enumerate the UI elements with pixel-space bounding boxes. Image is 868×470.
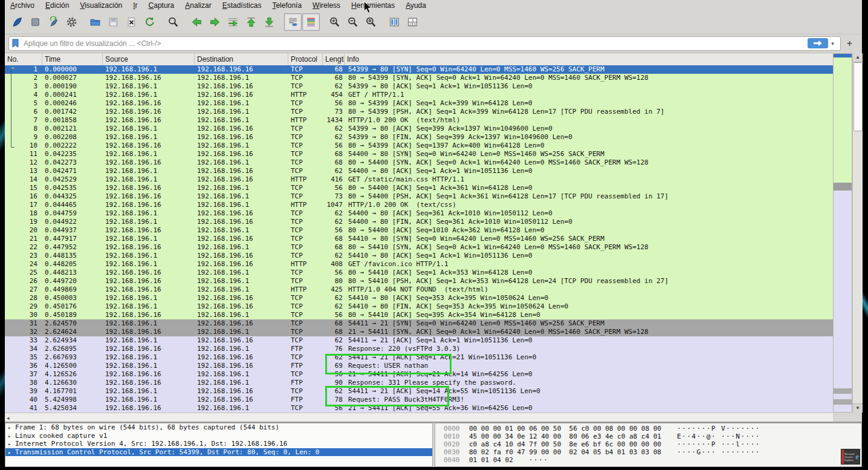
- resize-columns-button[interactable]: [386, 13, 403, 31]
- packet-row-25[interactable]: 250.448213192.168.196.16192.168.196.1TCP…: [5, 269, 833, 277]
- zoom-out-button[interactable]: [344, 13, 361, 31]
- packet-row-26[interactable]: 260.449720192.168.196.16192.168.196.1TCP…: [5, 277, 833, 286]
- packet-row-7[interactable]: 70.001858192.168.196.16192.168.196.1HTTP…: [5, 116, 833, 125]
- packet-row-3[interactable]: 30.000190192.168.196.1192.168.196.16TCP6…: [5, 82, 833, 91]
- column-header-protocol[interactable]: Protocol: [288, 53, 323, 65]
- packet-row-12[interactable]: 120.042273192.168.196.16192.168.196.1TCP…: [5, 158, 833, 167]
- column-header-source[interactable]: Source: [103, 53, 195, 65]
- vertical-scrollbar-thumb[interactable]: [853, 62, 863, 131]
- go-back-button[interactable]: [188, 13, 206, 31]
- column-header-no[interactable]: No.: [5, 53, 42, 65]
- packet-row-21[interactable]: 210.447917192.168.196.1192.168.196.16TCP…: [5, 235, 833, 243]
- packet-row-5[interactable]: 50.000246192.168.196.16192.168.196.1TCP5…: [5, 99, 833, 108]
- packet-row-18[interactable]: 180.044759192.168.196.1192.168.196.16TCP…: [5, 209, 833, 218]
- packet-row-10[interactable]: 100.002222192.168.196.16192.168.196.1TCP…: [5, 142, 833, 150]
- expand-arrow-icon[interactable]: ▸: [8, 440, 15, 449]
- packet-row-15[interactable]: 150.042535192.168.196.16192.168.196.1TCP…: [5, 184, 833, 192]
- packet-row-1[interactable]: 10.000000192.168.196.1192.168.196.16TCP6…: [5, 65, 833, 74]
- start-capture-button[interactable]: [8, 13, 26, 31]
- packet-row-34[interactable]: 342.626895192.168.196.16192.168.196.1FTP…: [5, 345, 833, 353]
- save-file-button[interactable]: [105, 13, 122, 31]
- stop-capture-button[interactable]: [27, 13, 44, 31]
- filter-history-caret[interactable]: ▾: [828, 41, 838, 47]
- detail-line-3[interactable]: ▸Internet Protocol Version 4, Src: 192.1…: [5, 440, 432, 448]
- expand-arrow-icon[interactable]: ▸: [8, 424, 15, 432]
- detail-line-1[interactable]: ▸Frame 1: 68 bytes on wire (544 bits), 6…: [5, 423, 432, 432]
- add-filter-button[interactable]: +: [841, 38, 858, 49]
- packet-row-23[interactable]: 230.448135192.168.196.1192.168.196.16TCP…: [5, 252, 833, 260]
- menu-captura[interactable]: Captura: [143, 1, 180, 10]
- packet-row-19[interactable]: 190.044922192.168.196.1192.168.196.16TCP…: [5, 218, 833, 226]
- scroll-down-arrow-icon[interactable]: ▼: [853, 403, 863, 413]
- packet-row-11[interactable]: 110.042235192.168.196.1192.168.196.16TCP…: [5, 150, 833, 158]
- packet-row-4[interactable]: 40.000241192.168.196.1192.168.196.16HTTP…: [5, 91, 833, 99]
- menu-archivo[interactable]: Archivo: [5, 1, 40, 10]
- packet-row-31[interactable]: 312.624570192.168.196.1192.168.196.16TCP…: [5, 319, 833, 328]
- packet-row-24[interactable]: 240.448205192.168.196.1192.168.196.16HTT…: [5, 260, 833, 269]
- go-first-button[interactable]: [242, 13, 260, 31]
- hex-ascii: ····: [529, 456, 549, 464]
- zoom-in-button[interactable]: [326, 13, 343, 31]
- packet-row-14[interactable]: 140.042529192.168.196.1192.168.196.16HTT…: [5, 175, 833, 184]
- menu-wireless[interactable]: Wireless: [307, 1, 346, 10]
- zoom-normal-button[interactable]: [362, 13, 380, 31]
- packet-row-6[interactable]: 60.001742192.168.196.16192.168.196.1TCP7…: [5, 108, 833, 116]
- menu-ayuda[interactable]: Ayuda: [400, 1, 432, 10]
- column-header-destination[interactable]: Destination: [195, 53, 288, 65]
- packet-bytes-pane[interactable]: 000000 00 00 01 00 06 00 50 56 c0 00 08 …: [435, 423, 862, 467]
- packet-32-info: 21 → 54411 [SYN, ACK] Seq=0 Ack=1 Win=64…: [345, 328, 833, 336]
- column-header-length[interactable]: Length: [323, 53, 345, 65]
- packet-row-33[interactable]: 332.624934192.168.196.1192.168.196.16TCP…: [5, 336, 833, 345]
- open-file-button[interactable]: [86, 13, 104, 31]
- packet-row-2[interactable]: 20.000027192.168.196.16192.168.196.1TCP6…: [5, 74, 833, 82]
- apply-filter-button[interactable]: [808, 38, 828, 48]
- layout-123-button[interactable]: 123: [404, 13, 421, 31]
- packet-details-pane[interactable]: ▸Frame 1: 68 bytes on wire (544 bits), 6…: [5, 423, 433, 467]
- packet-row-28[interactable]: 280.450003192.168.196.1192.168.196.16TCP…: [5, 294, 833, 302]
- vertical-scrollbar[interactable]: ▲ ▼: [852, 53, 863, 413]
- restart-capture-button[interactable]: [45, 13, 62, 31]
- packet-minimap[interactable]: [833, 53, 852, 413]
- packet-row-32[interactable]: 322.624624192.168.196.16192.168.196.1TCP…: [5, 328, 833, 336]
- packet-32-no: 32: [5, 328, 42, 336]
- scroll-left-arrow-icon[interactable]: ◂: [5, 415, 10, 421]
- packet-row-16[interactable]: 160.044325192.168.196.16192.168.196.1TCP…: [5, 192, 833, 201]
- display-filter-input[interactable]: [22, 39, 808, 48]
- go-last-button[interactable]: [261, 13, 278, 31]
- packet-row-13[interactable]: 130.042471192.168.196.1192.168.196.16TCP…: [5, 167, 833, 175]
- colorize-button[interactable]: [302, 13, 320, 31]
- menu-estadisticas[interactable]: Estadísticas: [217, 1, 267, 10]
- detail-line-2[interactable]: ▸Linux cooked capture v1: [5, 432, 432, 440]
- detail-line-4[interactable]: ▸Transmission Control Protocol, Src Port…: [5, 448, 432, 457]
- scroll-up-arrow-icon[interactable]: ▲: [853, 53, 863, 62]
- menu-visualizacion[interactable]: Visualización: [74, 1, 128, 10]
- column-header-time[interactable]: Time: [42, 53, 103, 65]
- reload-file-button[interactable]: [141, 13, 158, 31]
- close-file-button[interactable]: [123, 13, 140, 31]
- menu-telefonia[interactable]: Telefonía: [267, 1, 307, 10]
- hex-offset: 0000: [435, 425, 469, 432]
- filter-bookmark-icon[interactable]: [11, 39, 19, 48]
- menu-edicion[interactable]: Edición: [40, 1, 74, 10]
- packet-row-8[interactable]: 80.002121192.168.196.1192.168.196.16TCP6…: [5, 125, 833, 133]
- capture-options-button[interactable]: [63, 13, 80, 31]
- expand-arrow-icon[interactable]: ▸: [8, 449, 15, 457]
- packet-row-22[interactable]: 220.447952192.168.196.16192.168.196.1TCP…: [5, 243, 833, 252]
- auto-scroll-button[interactable]: [284, 13, 302, 31]
- packet-row-17[interactable]: 170.044465192.168.196.16192.168.196.1HTT…: [5, 201, 833, 209]
- menu-analizar[interactable]: Analizar: [180, 1, 216, 10]
- menu-herramientas[interactable]: Herramientas: [346, 1, 400, 10]
- packet-row-9[interactable]: 90.002208192.168.196.1192.168.196.16TCP6…: [5, 133, 833, 142]
- go-forward-button[interactable]: [206, 13, 224, 31]
- packet-row-29[interactable]: 290.450176192.168.196.1192.168.196.16TCP…: [5, 302, 833, 311]
- column-header-info[interactable]: Info: [345, 53, 833, 65]
- find-packet-button[interactable]: [164, 13, 182, 31]
- horizontal-scrollbar[interactable]: ◂: [5, 413, 833, 422]
- packet-25-protocol: TCP: [288, 269, 323, 277]
- packet-row-27[interactable]: 270.449869192.168.196.16192.168.196.1HTT…: [5, 286, 833, 294]
- go-to-packet-button[interactable]: [224, 13, 242, 31]
- expand-arrow-icon[interactable]: ▸: [8, 432, 15, 441]
- packet-row-20[interactable]: 200.044937192.168.196.16192.168.196.1TCP…: [5, 226, 833, 235]
- menu-ir[interactable]: Ir: [128, 1, 143, 10]
- packet-row-30[interactable]: 300.450189192.168.196.16192.168.196.1TCP…: [5, 311, 833, 319]
